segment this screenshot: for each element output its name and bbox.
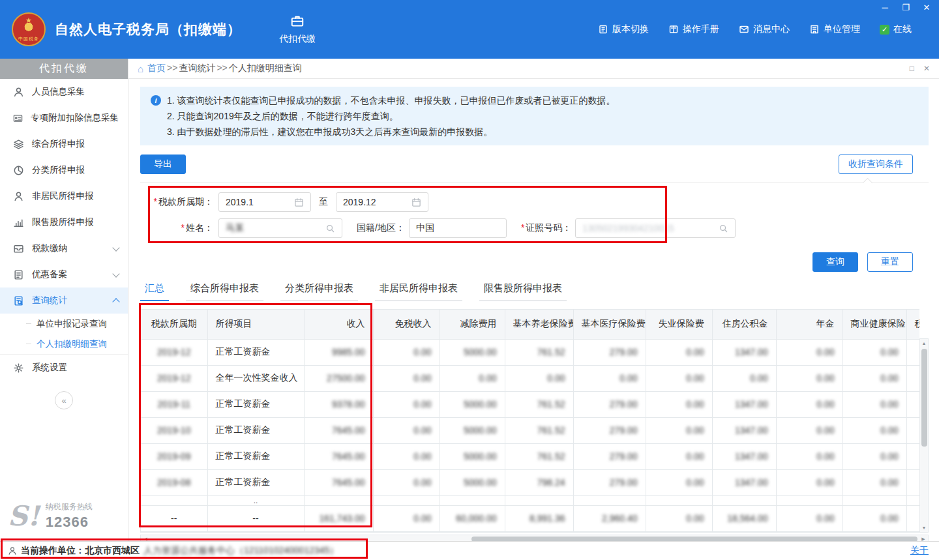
horizontal-scroll-thumb[interactable] (471, 537, 917, 542)
vertical-scrollbar[interactable]: ▲ ▼ (919, 338, 929, 533)
panel-controls: □ ✕ (910, 64, 930, 73)
doc-icon (13, 269, 24, 280)
collapse-filters-button[interactable]: 收折查询条件 (839, 155, 913, 174)
toplink-在线[interactable]: ✓在线 (880, 23, 912, 35)
query-button[interactable]: 查询 (812, 252, 858, 272)
org-icon (809, 24, 820, 35)
sidebar-item-人员信息采集[interactable]: 人员信息采集 (0, 79, 128, 105)
period-label: *税款所属期： (140, 196, 213, 208)
period-from-input[interactable]: 2019.1 (218, 192, 311, 212)
table-row[interactable]: 2019-12正常工资薪金9985.000.005000.00761.52279… (141, 339, 919, 365)
scroll-right-icon[interactable]: ▶ (919, 537, 928, 542)
layers-icon (13, 139, 24, 150)
message-icon (739, 24, 749, 35)
table-row[interactable]: 2019-10正常工资薪金7645.000.005000.00761.52279… (141, 417, 919, 443)
hotline-block: S! 纳税服务热线 12366 (8, 501, 93, 531)
scroll-left-icon[interactable]: ◀ (141, 537, 150, 542)
sidebar-item-优惠备案[interactable]: 优惠备案 (0, 261, 128, 287)
sidebar-item-label: 系统设置 (32, 362, 119, 374)
sidebar-item-专项附加扣除信息采集[interactable]: 专项附加扣除信息采集 (0, 105, 128, 131)
sidebar-subitem-个人扣缴明细查询[interactable]: 个人扣缴明细查询 (0, 334, 128, 354)
sidebar-item-综合所得申报[interactable]: 综合所得申报 (0, 131, 128, 157)
sidebar-item-label: 查询统计 (32, 295, 106, 306)
period-to-input[interactable]: 2019.12 (336, 192, 428, 212)
notice-box: i 1. 该查询统计表仅能查询已申报成功的数据，不包含未申报、申报失败，已申报但… (140, 87, 929, 145)
breadcrumb-item[interactable]: 首页 (147, 63, 166, 73)
bar-chart-icon (13, 217, 24, 228)
gear-icon (13, 362, 24, 374)
panel-maximize-icon[interactable]: □ (910, 64, 914, 73)
sidebar-collapse-button[interactable]: « (55, 391, 73, 409)
reset-button[interactable]: 重置 (867, 252, 913, 272)
breadcrumb: ⌂ 首页>>查询统计>>个人扣缴明细查询 □ ✕ (128, 59, 939, 79)
person-outline-icon (13, 191, 24, 202)
nationality-input[interactable]: 中国 (409, 218, 507, 238)
sidebar-item-分类所得申报[interactable]: 分类所得申报 (0, 157, 128, 183)
sidebar-item-非居民所得申报[interactable]: 非居民所得申报 (0, 183, 128, 209)
tab-汇总[interactable]: 汇总 (140, 282, 169, 301)
sidebar-header: 代扣代缴 (0, 59, 128, 79)
table-row[interactable]: 2019-08正常工资薪金7645.000.005000.00798.24279… (141, 469, 919, 495)
calendar-icon[interactable] (411, 198, 421, 207)
toplink-操作手册[interactable]: 操作手册 (668, 23, 719, 35)
column-header: 税款所属期 (141, 310, 207, 339)
doc-switch-icon (598, 24, 608, 35)
tab-分类所得申报表[interactable]: 分类所得申报表 (280, 282, 358, 301)
tab-综合所得申报表[interactable]: 综合所得申报表 (186, 282, 263, 301)
export-button[interactable]: 导出 (140, 155, 186, 174)
breadcrumb-separator: >> (167, 63, 177, 73)
name-value: 马某 (226, 222, 321, 234)
tab-非居民所得申报表[interactable]: 非居民所得申报表 (375, 282, 462, 301)
breadcrumb-item[interactable]: 个人扣缴明细查询 (229, 63, 302, 73)
toplink-label: 版本切换 (612, 23, 649, 35)
scroll-up-icon[interactable]: ▲ (920, 339, 928, 347)
tab-限售股所得申报表[interactable]: 限售股所得申报表 (479, 282, 567, 301)
tab-withholding-module[interactable]: 代扣代缴 (279, 14, 316, 45)
doc-icon (13, 269, 24, 280)
search-icon[interactable] (325, 224, 335, 233)
window-controls: ─ ❐ ✕ (880, 3, 931, 13)
toplink-label: 消息中心 (753, 23, 790, 35)
vertical-scroll-thumb[interactable] (921, 349, 927, 447)
statusbar: 当前操作单位：北京市西城区 人力资源公共服务中心（121101024000123… (0, 541, 939, 560)
name-input[interactable]: 马某 (218, 218, 342, 238)
person-icon (13, 87, 24, 98)
scroll-down-icon[interactable]: ▼ (920, 523, 928, 532)
toolbar-row: 导出 收折查询条件 (140, 155, 929, 174)
chevron-down-icon (112, 244, 119, 251)
toplink-单位管理[interactable]: 单位管理 (809, 23, 860, 35)
column-header: 基本养老保险费 (505, 310, 573, 339)
logo-star-icon: ★ (13, 16, 44, 25)
column-header: 所得项目 (207, 310, 304, 339)
table-row[interactable]: 2019-12全年一次性奖金收入27500.000.000.000.000.00… (141, 365, 919, 391)
bar-chart-icon (13, 217, 24, 228)
id-number-input[interactable]: 130502199304210015 (575, 218, 736, 238)
column-header: 商业健康保险 (842, 310, 906, 339)
restore-icon[interactable]: ❐ (901, 3, 910, 13)
calendar-icon[interactable] (294, 198, 304, 207)
hotline-number: 12366 (46, 514, 93, 531)
current-unit-masked: 人力资源公共服务中心（12110102400012345） (143, 545, 338, 557)
toplink-消息中心[interactable]: 消息中心 (739, 23, 790, 35)
horizontal-scrollbar[interactable]: ◀ ▶ (140, 535, 929, 542)
sidebar-item-查询统计[interactable]: 查询统计 (0, 287, 128, 314)
close-icon[interactable]: ✕ (922, 3, 931, 13)
sidebar-menu: 人员信息采集专项附加扣除信息采集综合所得申报分类所得申报非居民所得申报限售股所得… (0, 79, 128, 381)
sidebar-item-系统设置[interactable]: 系统设置 (0, 355, 128, 381)
sidebar-item-限售股所得申报[interactable]: 限售股所得申报 (0, 209, 128, 235)
breadcrumb-item[interactable]: 查询统计 (179, 63, 215, 73)
sidebar-item-税款缴纳[interactable]: 税款缴纳 (0, 235, 128, 261)
sidebar-item-label: 限售股所得申报 (32, 216, 119, 228)
about-link[interactable]: 关于 (910, 545, 929, 557)
sidebar-subitem-单位申报记录查询[interactable]: 单位申报记录查询 (0, 314, 128, 334)
id-label: *证照号码： (521, 222, 571, 234)
table-row[interactable]: 2019-09正常工资薪金7645.000.005000.00761.52279… (141, 443, 919, 469)
home-icon: ⌂ (138, 63, 143, 74)
minimize-icon[interactable]: ─ (880, 3, 889, 13)
table-row[interactable]: 2019-11正常工资薪金9378.000.005000.00761.52279… (141, 391, 919, 417)
search-icon[interactable] (719, 224, 728, 233)
toplink-版本切换[interactable]: 版本切换 (598, 23, 649, 35)
panel-close-icon[interactable]: ✕ (923, 64, 930, 73)
to-label: 至 (319, 196, 328, 208)
search-doc-icon (13, 295, 24, 306)
